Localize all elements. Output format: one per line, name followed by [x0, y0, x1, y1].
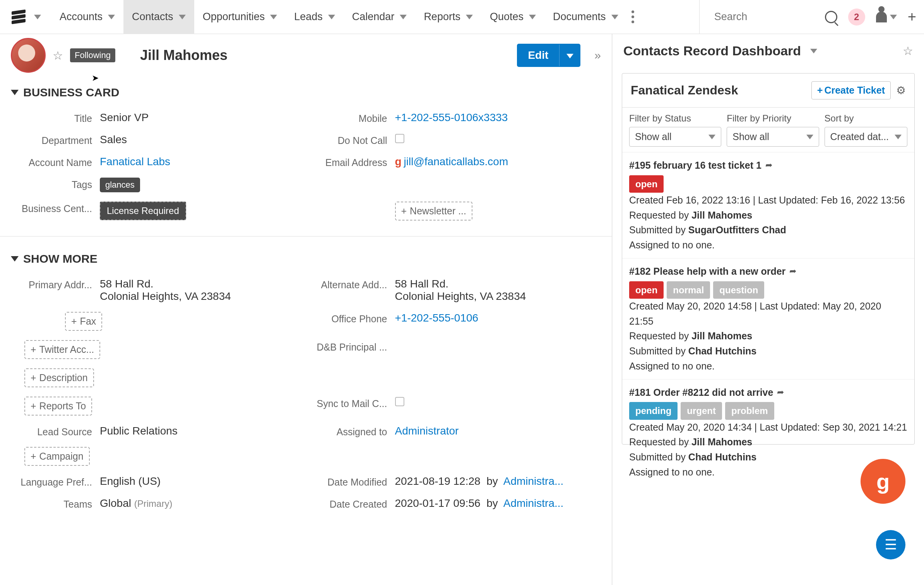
- share-icon[interactable]: ➦: [789, 265, 796, 278]
- email-link[interactable]: gjill@fanaticallabs.com: [395, 156, 597, 168]
- campaign-button[interactable]: +Campaign: [24, 447, 90, 466]
- dashboard-dropdown[interactable]: [810, 49, 817, 53]
- edit-button[interactable]: Edit: [517, 44, 580, 67]
- lead-source: Public Relations: [100, 425, 302, 437]
- share-icon[interactable]: ➦: [765, 159, 772, 172]
- search-icon[interactable]: [825, 11, 837, 23]
- sort-select[interactable]: Created dat...: [825, 127, 907, 147]
- business-card-header[interactable]: BUSINESS CARD: [11, 86, 601, 99]
- field-label: Title: [15, 111, 92, 124]
- field-label: Department: [15, 133, 92, 146]
- nav-contacts[interactable]: Contacts: [123, 0, 194, 34]
- do-not-call-checkbox[interactable]: [395, 134, 404, 143]
- nav-items: AccountsContactsOpportunitiesLeadsCalend…: [51, 0, 627, 34]
- title-value: Senior VP: [100, 111, 302, 124]
- ticket-item[interactable]: #195 february 16 test ticket 1➦openCreat…: [622, 152, 914, 258]
- gear-icon[interactable]: ⚙: [896, 84, 906, 97]
- chevron-down-icon: [11, 90, 19, 95]
- newsletter-button[interactable]: +Newsletter ...: [395, 202, 472, 221]
- avatar[interactable]: [11, 38, 46, 73]
- field-label: Date Created: [310, 497, 387, 510]
- nav-calendar[interactable]: Calendar: [344, 0, 416, 34]
- field-label: Business Cent...: [15, 202, 92, 214]
- description-button[interactable]: +Description: [24, 368, 94, 387]
- license-chip[interactable]: License Required: [100, 202, 186, 220]
- search-input[interactable]: [714, 10, 814, 23]
- language-value: English (US): [100, 475, 302, 488]
- star-icon[interactable]: ☆: [53, 49, 63, 62]
- account-link[interactable]: Fanatical Labs: [100, 156, 302, 168]
- show-more-header[interactable]: SHOW MORE: [11, 252, 601, 265]
- chevron-down-icon: [11, 256, 19, 262]
- field-label: Do Not Call: [310, 133, 387, 146]
- dashboard-title: Contacts Record Dashboard: [623, 43, 801, 58]
- nav-accounts[interactable]: Accounts: [51, 0, 123, 34]
- field-label: Office Phone: [310, 312, 387, 325]
- field-label: Tags: [15, 178, 92, 190]
- zendesk-panel: Fanatical Zendesk +Create Ticket ⚙ Filte…: [622, 73, 915, 445]
- edit-dropdown[interactable]: [559, 44, 580, 66]
- menu-fab[interactable]: ☰: [876, 530, 905, 559]
- primary-addr: 58 Hall Rd.Colonial Heights, VA 23834: [100, 278, 302, 303]
- teams-value: Global (Primary): [100, 497, 302, 510]
- field-label: Sync to Mail C...: [310, 397, 387, 409]
- nav-quotes[interactable]: Quotes: [481, 0, 544, 34]
- create-button[interactable]: +: [908, 9, 916, 25]
- field-label: Mobile: [310, 111, 387, 124]
- date-created: 2020-01-17 09:56 by Administra...: [395, 497, 597, 510]
- share-icon[interactable]: ➦: [777, 386, 784, 399]
- field-label: D&B Principal ...: [310, 340, 387, 353]
- g-icon: g: [395, 156, 402, 168]
- record-header: ☆ Following Jill Mahomes Edit »: [0, 34, 612, 77]
- overflow-menu-icon[interactable]: [631, 10, 634, 23]
- glances-fab[interactable]: g: [861, 459, 905, 504]
- field-label: Teams: [15, 497, 92, 510]
- nav-leads[interactable]: Leads: [286, 0, 344, 34]
- sort-label: Sort by: [825, 113, 907, 124]
- nav-documents[interactable]: Documents: [544, 0, 627, 34]
- nav-right: 2 +: [699, 0, 916, 34]
- star-icon[interactable]: ☆: [903, 44, 913, 58]
- filter-status-label: Filter by Status: [629, 113, 721, 124]
- twitter-button[interactable]: +Twitter Acc...: [24, 340, 100, 359]
- date-modified: 2021-08-19 12:28 by Administra...: [395, 475, 597, 488]
- fax-button[interactable]: +Fax: [65, 312, 102, 331]
- ticket-list: #195 february 16 test ticket 1➦openCreat…: [622, 152, 914, 485]
- filter-status-select[interactable]: Show all: [629, 127, 721, 147]
- nav-reports[interactable]: Reports: [415, 0, 481, 34]
- department-value: Sales: [100, 133, 302, 146]
- mobile-value[interactable]: +1-202-555-0106x3333: [395, 111, 597, 124]
- edit-label: Edit: [517, 44, 559, 67]
- app-menu-caret[interactable]: [34, 15, 41, 19]
- create-ticket-button[interactable]: +Create Ticket: [811, 81, 891, 99]
- alt-addr: 58 Hall Rd.Colonial Heights, VA 23834: [395, 278, 597, 303]
- panel-title: Fanatical Zendesk: [631, 83, 738, 98]
- following-badge[interactable]: Following: [70, 48, 115, 62]
- nav-opportunities[interactable]: Opportunities: [194, 0, 286, 34]
- section-title: BUSINESS CARD: [23, 86, 119, 99]
- field-label: Primary Addr...: [15, 278, 92, 291]
- top-nav: AccountsContactsOpportunitiesLeadsCalend…: [0, 0, 924, 34]
- app-logo[interactable]: [12, 9, 27, 25]
- filter-priority-select[interactable]: Show all: [727, 127, 819, 147]
- field-label: Date Modified: [310, 475, 387, 488]
- field-label: Assigned to: [310, 425, 387, 438]
- notification-badge[interactable]: 2: [848, 9, 865, 26]
- dashboard-header: Contacts Record Dashboard ☆: [613, 34, 924, 68]
- assigned-to[interactable]: Administrator: [395, 425, 597, 437]
- section-title: SHOW MORE: [23, 252, 98, 265]
- record-name: Jill Mahomes: [140, 47, 228, 63]
- field-label: Alternate Add...: [310, 278, 387, 291]
- tag-chip[interactable]: glances: [100, 178, 140, 192]
- filter-priority-label: Filter by Priority: [727, 113, 819, 124]
- office-phone[interactable]: +1-202-555-0106: [395, 312, 597, 324]
- field-label: Email Address: [310, 156, 387, 168]
- reports-to-button[interactable]: +Reports To: [24, 397, 92, 416]
- expand-icon[interactable]: »: [594, 49, 601, 62]
- field-label: Lead Source: [15, 425, 92, 438]
- field-label: Language Pref...: [15, 475, 92, 488]
- ticket-item[interactable]: #182 Please help with a new order➦openno…: [622, 258, 914, 379]
- sync-mail-checkbox[interactable]: [395, 397, 404, 406]
- user-menu[interactable]: [876, 12, 897, 22]
- field-label: Account Name: [15, 156, 92, 168]
